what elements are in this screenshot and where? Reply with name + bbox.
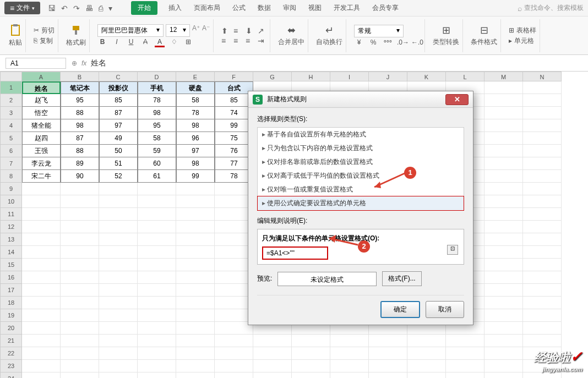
format-painter-button[interactable]: 格式刷 <box>66 24 86 47</box>
cell[interactable]: 88 <box>61 145 99 157</box>
cell[interactable] <box>176 360 215 372</box>
row-header[interactable]: 20 <box>0 322 22 335</box>
cell[interactable] <box>446 360 484 372</box>
cell[interactable]: 87 <box>61 132 99 145</box>
cell[interactable] <box>484 195 523 208</box>
cell[interactable] <box>99 208 138 221</box>
cell[interactable] <box>176 322 215 335</box>
row-header[interactable]: 6 <box>0 145 22 157</box>
row-header[interactable]: 19 <box>0 309 22 322</box>
column-header[interactable]: B <box>61 72 99 81</box>
cell[interactable]: 赵飞 <box>22 94 61 107</box>
range-selector-button[interactable]: ⊡ <box>447 245 458 255</box>
row-header[interactable]: 22 <box>0 347 22 360</box>
cell[interactable] <box>22 246 61 259</box>
tab-member[interactable]: 会员专享 <box>371 1 400 15</box>
cell[interactable] <box>138 271 176 284</box>
cell[interactable] <box>22 360 61 372</box>
row-header[interactable]: 17 <box>0 284 22 297</box>
cell[interactable] <box>99 233 138 246</box>
cell[interactable] <box>99 221 138 233</box>
cell[interactable] <box>446 347 484 360</box>
cell[interactable]: 52 <box>99 170 138 183</box>
cell[interactable] <box>523 107 562 119</box>
cell[interactable] <box>138 322 176 335</box>
cell[interactable] <box>176 284 215 297</box>
row-header[interactable]: 21 <box>0 335 22 347</box>
close-button[interactable]: ✕ <box>445 94 469 105</box>
cell[interactable] <box>61 335 99 347</box>
cell[interactable]: 赵四 <box>22 132 61 145</box>
row-header[interactable]: 13 <box>0 233 22 246</box>
cell[interactable] <box>138 183 176 195</box>
cell[interactable] <box>99 347 138 360</box>
column-header[interactable]: G <box>253 72 292 81</box>
cell[interactable] <box>292 360 330 372</box>
cell[interactable] <box>176 195 215 208</box>
cell[interactable]: 50 <box>99 145 138 157</box>
cell[interactable] <box>138 297 176 309</box>
column-header[interactable]: N <box>523 72 562 81</box>
border-button[interactable]: ⊞ <box>183 38 193 47</box>
fx-icon[interactable]: fx <box>81 59 86 67</box>
cell[interactable] <box>523 309 562 322</box>
cell[interactable] <box>523 81 562 94</box>
column-header[interactable]: J <box>369 72 407 81</box>
select-all-corner[interactable] <box>0 72 22 81</box>
cell[interactable] <box>484 157 523 170</box>
cell[interactable] <box>176 259 215 271</box>
cond-fmt-button[interactable]: ⊟条件格式 <box>471 24 497 47</box>
cell[interactable] <box>484 284 523 297</box>
cell[interactable] <box>99 372 138 378</box>
cell[interactable] <box>176 347 215 360</box>
column-header[interactable]: D <box>138 72 176 81</box>
cell[interactable]: 97 <box>176 145 215 157</box>
row-header[interactable]: 5 <box>0 132 22 145</box>
dialog-titlebar[interactable]: S 新建格式规则 ✕ <box>248 91 473 108</box>
cell[interactable] <box>484 233 523 246</box>
cell[interactable] <box>22 284 61 297</box>
cell[interactable] <box>407 347 446 360</box>
cell[interactable] <box>138 221 176 233</box>
cell[interactable] <box>176 246 215 259</box>
cell[interactable] <box>61 259 99 271</box>
indent-icon[interactable]: ⇥ <box>258 36 266 45</box>
cell[interactable] <box>484 119 523 132</box>
cell[interactable] <box>523 246 562 259</box>
cell[interactable] <box>484 246 523 259</box>
cell[interactable] <box>22 297 61 309</box>
cell[interactable]: 98 <box>61 119 99 132</box>
cell[interactable] <box>61 297 99 309</box>
cell[interactable]: 78 <box>138 94 176 107</box>
cell[interactable] <box>99 309 138 322</box>
cell[interactable]: 王强 <box>22 145 61 157</box>
paste-button[interactable]: 粘贴 <box>9 24 22 47</box>
cell[interactable] <box>330 372 369 378</box>
preview-icon[interactable]: ⎙ <box>99 4 103 13</box>
font-size-select[interactable]: 12▾ <box>166 24 190 37</box>
cell[interactable] <box>484 221 523 233</box>
more-icon[interactable]: ▾ <box>108 4 112 13</box>
cell[interactable]: 宋二牛 <box>22 170 61 183</box>
cell[interactable] <box>176 233 215 246</box>
cell[interactable]: 姓名 <box>22 81 61 94</box>
comma-icon[interactable]: ᵒᵒᵒ <box>383 39 393 46</box>
cut-button[interactable]: ✂剪切 <box>34 26 55 35</box>
cell[interactable] <box>22 221 61 233</box>
cell[interactable]: 59 <box>138 145 176 157</box>
cell[interactable] <box>523 195 562 208</box>
cell[interactable] <box>484 132 523 145</box>
tab-dev[interactable]: 开发工具 <box>333 1 361 15</box>
row-header[interactable]: 15 <box>0 259 22 271</box>
inc-decimal-icon[interactable]: .0→ <box>397 39 407 46</box>
cell[interactable]: 49 <box>99 132 138 145</box>
cell[interactable] <box>138 246 176 259</box>
cell[interactable] <box>523 233 562 246</box>
cell[interactable] <box>176 183 215 195</box>
cell[interactable]: 97 <box>99 119 138 132</box>
cell[interactable] <box>215 347 253 360</box>
font-color-button[interactable]: A <box>155 38 165 47</box>
zoom-icon[interactable]: ⊕ <box>72 59 77 67</box>
currency-icon[interactable]: ¥ <box>354 39 364 46</box>
cell[interactable] <box>523 335 562 347</box>
